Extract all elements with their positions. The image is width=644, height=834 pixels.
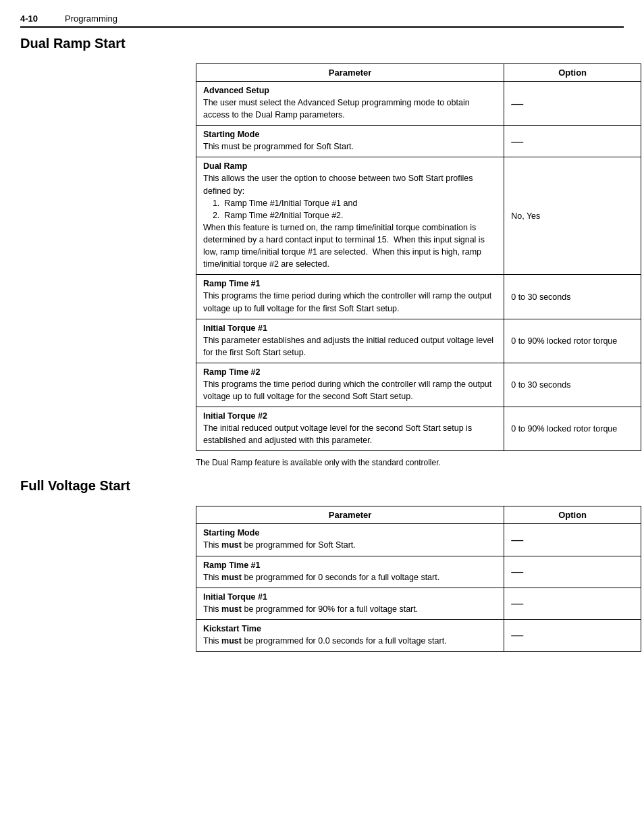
param-desc: This allows the user the option to choos… bbox=[203, 172, 497, 270]
param-name: Ramp Time #1 bbox=[203, 561, 497, 570]
param-cell: Dual RampThis allows the user the option… bbox=[196, 157, 504, 275]
option-cell: 0 to 30 seconds bbox=[504, 275, 641, 319]
param-name: Initial Torque #1 bbox=[203, 592, 497, 602]
table-row: Ramp Time #1This programs the time perio… bbox=[196, 275, 641, 319]
param-name: Starting Mode bbox=[203, 130, 497, 139]
option-cell: — bbox=[504, 588, 641, 619]
param-name: Starting Mode bbox=[203, 528, 497, 538]
dual-ramp-col2-header: Option bbox=[504, 64, 641, 82]
param-cell: Ramp Time #2This programs the time perio… bbox=[196, 363, 504, 407]
table-row: Ramp Time #1This must be programmed for … bbox=[196, 556, 641, 588]
param-cell: Initial Torque #1This must be programmed… bbox=[196, 588, 504, 619]
param-name: Advanced Setup bbox=[203, 86, 497, 95]
table-row: Dual RampThis allows the user the option… bbox=[196, 157, 641, 275]
param-name: Ramp Time #1 bbox=[203, 279, 497, 288]
table-row: Starting ModeThis must be programmed for… bbox=[196, 126, 641, 157]
full-voltage-col1-header: Parameter bbox=[196, 506, 504, 524]
full-voltage-heading: Full Voltage Start bbox=[20, 478, 624, 494]
option-cell: — bbox=[504, 126, 641, 157]
full-voltage-table-wrapper: Parameter Option Starting ModeThis must … bbox=[196, 506, 624, 652]
param-desc: This must be programmed for Soft Start. bbox=[203, 140, 497, 153]
param-desc: This programs the time period during whi… bbox=[203, 290, 497, 314]
option-cell: 0 to 90% locked rotor torque bbox=[504, 407, 641, 451]
option-cell: — bbox=[504, 619, 641, 651]
option-cell: — bbox=[504, 524, 641, 556]
param-desc: This must be programmed for Soft Start. bbox=[203, 539, 497, 551]
param-name: Ramp Time #2 bbox=[203, 367, 497, 377]
param-cell: Initial Torque #2The initial reduced out… bbox=[196, 407, 504, 451]
param-name: Initial Torque #1 bbox=[203, 323, 497, 333]
param-cell: Starting ModeThis must be programmed for… bbox=[196, 524, 504, 556]
option-cell: 0 to 90% locked rotor torque bbox=[504, 319, 641, 363]
param-desc: The initial reduced output voltage level… bbox=[203, 422, 497, 446]
full-voltage-table: Parameter Option Starting ModeThis must … bbox=[196, 506, 641, 652]
page-header: 4-10 Programming bbox=[20, 14, 624, 28]
table-row: Starting ModeThis must be programmed for… bbox=[196, 524, 641, 556]
option-cell: — bbox=[504, 82, 641, 126]
param-cell: Advanced SetupThe user must select the A… bbox=[196, 82, 504, 126]
param-name: Kickstart Time bbox=[203, 624, 497, 633]
param-cell: Ramp Time #1This programs the time perio… bbox=[196, 275, 504, 319]
dual-ramp-col1-header: Parameter bbox=[196, 64, 504, 82]
param-desc: This must be programmed for 0 seconds fo… bbox=[203, 571, 497, 583]
param-cell: Ramp Time #1This must be programmed for … bbox=[196, 556, 504, 588]
param-name: Dual Ramp bbox=[203, 161, 497, 171]
page-section-title: Programming bbox=[65, 14, 117, 24]
dual-ramp-table: Parameter Option Advanced SetupThe user … bbox=[196, 63, 641, 451]
table-row: Initial Torque #2The initial reduced out… bbox=[196, 407, 641, 451]
option-cell: 0 to 30 seconds bbox=[504, 363, 641, 407]
param-desc: This parameter establishes and adjusts t… bbox=[203, 334, 497, 359]
dual-ramp-heading: Dual Ramp Start bbox=[20, 36, 624, 51]
param-desc: This programs the time period during whi… bbox=[203, 378, 497, 402]
table-row: Ramp Time #2This programs the time perio… bbox=[196, 363, 641, 407]
full-voltage-col2-header: Option bbox=[504, 506, 641, 524]
page-number: 4-10 bbox=[20, 14, 38, 24]
param-desc: This must be programmed for 0.0 seconds … bbox=[203, 635, 497, 647]
dual-ramp-table-wrapper: Parameter Option Advanced SetupThe user … bbox=[196, 63, 624, 451]
table-row: Initial Torque #1This parameter establis… bbox=[196, 319, 641, 363]
param-desc: The user must select the Advanced Setup … bbox=[203, 97, 497, 121]
option-cell: — bbox=[504, 556, 641, 588]
param-cell: Kickstart TimeThis must be programmed fo… bbox=[196, 619, 504, 651]
param-name: Initial Torque #2 bbox=[203, 411, 497, 421]
table-row: Initial Torque #1This must be programmed… bbox=[196, 588, 641, 619]
dual-ramp-footnote: The Dual Ramp feature is available only … bbox=[196, 458, 624, 467]
table-row: Advanced SetupThe user must select the A… bbox=[196, 82, 641, 126]
param-desc: This must be programmed for 90% for a fu… bbox=[203, 603, 497, 615]
table-row: Kickstart TimeThis must be programmed fo… bbox=[196, 619, 641, 651]
param-cell: Starting ModeThis must be programmed for… bbox=[196, 126, 504, 157]
param-cell: Initial Torque #1This parameter establis… bbox=[196, 319, 504, 363]
option-cell: No, Yes bbox=[504, 157, 641, 275]
